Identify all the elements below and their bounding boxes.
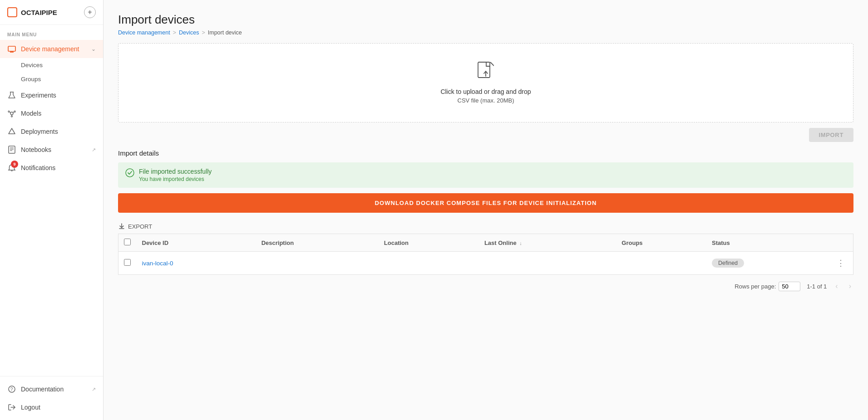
page-header: Import devices Device management > Devic… xyxy=(104,0,868,43)
export-icon xyxy=(118,223,125,230)
th-device-id: Device ID xyxy=(137,234,256,252)
export-row[interactable]: EXPORT xyxy=(118,218,853,234)
page-title: Import devices xyxy=(118,13,853,27)
docker-compose-button[interactable]: DOWNLOAD DOCKER COMPOSE FILES FOR DEVICE… xyxy=(118,193,853,213)
groups-label: Groups xyxy=(21,76,41,83)
next-page-button[interactable]: › xyxy=(847,281,853,291)
status-badge: Defined xyxy=(712,259,744,268)
svg-text:?: ? xyxy=(10,387,13,392)
rows-per-page-label: Rows per page: xyxy=(735,283,776,290)
add-button[interactable]: + xyxy=(84,6,96,18)
sidebar-submenu-device-management: Devices Groups xyxy=(0,58,103,86)
sidebar-item-label-documentation: Documentation xyxy=(21,386,90,393)
sidebar-item-device-management[interactable]: Device management ⌄ xyxy=(0,40,103,58)
notebooks-icon xyxy=(7,145,16,154)
upload-text: Click to upload or drag and drop xyxy=(440,88,531,95)
notification-badge: 9 xyxy=(11,161,18,168)
td-location xyxy=(379,252,479,275)
sidebar-item-label-models: Models xyxy=(21,110,96,117)
sidebar-item-label-device-management: Device management xyxy=(21,45,91,53)
td-actions: ⋮ xyxy=(829,252,853,275)
breadcrumb-sep-2: > xyxy=(202,29,205,36)
th-description: Description xyxy=(256,234,379,252)
th-status-label: Status xyxy=(712,239,730,246)
sidebar-item-label-notifications: Notifications xyxy=(21,164,96,171)
pagination-row: Rows per page: 10 25 50 100 1-1 of 1 ‹ › xyxy=(118,275,853,291)
svg-point-5 xyxy=(8,111,10,112)
upload-file-icon xyxy=(478,62,494,83)
page-content: Click to upload or drag and drop CSV fil… xyxy=(104,43,868,420)
svg-line-9 xyxy=(13,112,15,113)
logo-icon xyxy=(7,7,17,17)
svg-rect-19 xyxy=(478,62,490,78)
main-content: Import devices Device management > Devic… xyxy=(104,0,868,420)
breadcrumb-current: Import device xyxy=(208,29,242,36)
svg-point-4 xyxy=(10,112,13,115)
success-title: File imported successfully xyxy=(139,168,212,175)
experiments-icon xyxy=(7,91,16,100)
export-label: EXPORT xyxy=(128,223,152,230)
sidebar-item-notebooks[interactable]: Notebooks ↗ xyxy=(0,141,103,159)
svg-line-8 xyxy=(10,112,11,113)
logo: OCTAIPIPE xyxy=(7,7,57,17)
th-description-label: Description xyxy=(261,239,294,246)
svg-point-21 xyxy=(126,169,134,177)
breadcrumb-devices[interactable]: Devices xyxy=(179,29,199,36)
sidebar-item-models[interactable]: Models xyxy=(0,104,103,122)
notifications-icon: 9 xyxy=(7,163,16,172)
th-last-online-label: Last Online xyxy=(484,239,517,246)
sidebar-item-label-experiments: Experiments xyxy=(21,92,96,99)
sidebar-item-experiments[interactable]: Experiments xyxy=(0,86,103,104)
devices-label: Devices xyxy=(21,62,43,68)
devices-table: Device ID Description Location Last Onli… xyxy=(118,234,853,275)
th-groups-label: Groups xyxy=(621,239,642,246)
svg-point-6 xyxy=(14,111,15,112)
device-link[interactable]: ivan-local-0 xyxy=(142,260,173,267)
upload-area[interactable]: Click to upload or drag and drop CSV fil… xyxy=(118,43,853,122)
th-location-label: Location xyxy=(384,239,409,246)
prev-page-button[interactable]: ‹ xyxy=(833,281,840,291)
import-button[interactable]: IMPORT xyxy=(809,128,853,142)
breadcrumb-device-management[interactable]: Device management xyxy=(118,29,170,36)
td-groups xyxy=(616,252,706,275)
sidebar-item-label-logout: Logout xyxy=(21,404,96,411)
sidebar: OCTAIPIPE + MAIN MENU Device management … xyxy=(0,0,104,420)
rows-per-page-select[interactable]: 10 25 50 100 xyxy=(779,282,800,291)
row-checkbox[interactable] xyxy=(124,259,131,266)
sidebar-item-logout[interactable]: Logout xyxy=(0,398,103,416)
sidebar-item-label-deployments: Deployments xyxy=(21,128,96,135)
td-device-id: ivan-local-0 xyxy=(137,252,256,275)
success-text: File imported successfully You have impo… xyxy=(139,168,212,182)
logo-text: OCTAIPIPE xyxy=(21,9,57,16)
sidebar-item-documentation[interactable]: ? Documentation ↗ xyxy=(0,380,103,398)
td-status: Defined xyxy=(706,252,829,275)
sidebar-item-devices[interactable]: Devices xyxy=(0,58,103,72)
sidebar-logo: OCTAIPIPE + xyxy=(0,0,103,25)
deployments-icon xyxy=(7,127,16,136)
th-last-online[interactable]: Last Online ↓ xyxy=(479,234,616,252)
select-all-checkbox[interactable] xyxy=(124,239,131,245)
svg-rect-0 xyxy=(8,46,15,51)
breadcrumb: Device management > Devices > Import dev… xyxy=(118,29,853,36)
sidebar-item-groups[interactable]: Groups xyxy=(0,72,103,86)
td-last-online xyxy=(479,252,616,275)
sidebar-item-deployments[interactable]: Deployments xyxy=(0,122,103,141)
device-management-icon xyxy=(7,44,16,54)
sidebar-item-notifications[interactable]: 9 Notifications xyxy=(0,159,103,177)
breadcrumb-sep-1: > xyxy=(173,29,176,36)
th-device-id-label: Device ID xyxy=(142,239,169,246)
import-details-title: Import details xyxy=(118,149,853,157)
success-banner: File imported successfully You have impo… xyxy=(118,162,853,188)
page-info: 1-1 of 1 xyxy=(807,283,827,290)
sidebar-item-label-notebooks: Notebooks xyxy=(21,146,90,153)
sidebar-menu: Device management ⌄ Devices Groups Exper… xyxy=(0,40,103,376)
logout-icon xyxy=(7,403,16,412)
chevron-down-icon: ⌄ xyxy=(91,46,96,52)
external-link-icon: ↗ xyxy=(92,147,96,153)
success-check-icon xyxy=(125,168,134,180)
td-checkbox xyxy=(118,252,137,275)
row-actions-button[interactable]: ⋮ xyxy=(834,257,848,269)
sort-arrow-icon: ↓ xyxy=(519,240,522,246)
models-icon xyxy=(7,109,16,118)
table-header: Device ID Description Location Last Onli… xyxy=(118,234,853,252)
